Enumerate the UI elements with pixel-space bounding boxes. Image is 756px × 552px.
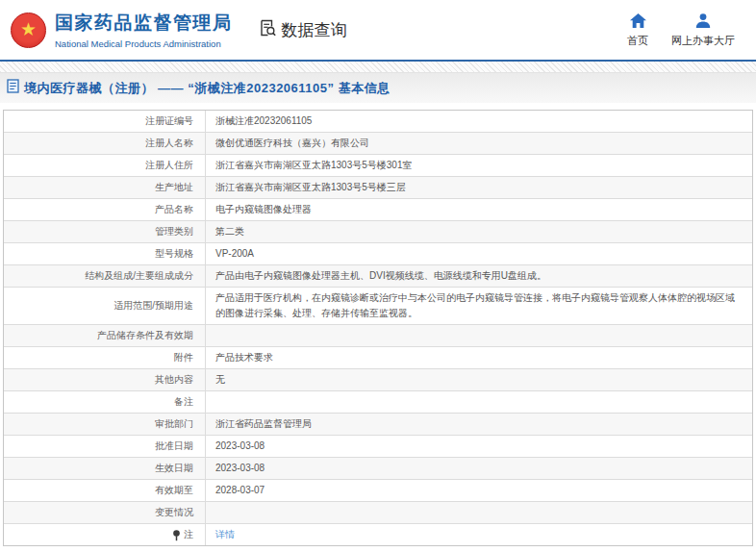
row-value: 详情	[206, 524, 752, 545]
document-search-icon	[258, 18, 277, 42]
note-pin-icon	[172, 530, 181, 541]
row-label: 备注	[4, 391, 206, 413]
page-title: 境内医疗器械（注册） —— “浙械注准20232061105” 基本信息	[24, 80, 391, 97]
table-row: 结构及组成/主要组成成分 产品由电子内窥镜图像处理器主机、DVI视频线缆、电源线…	[4, 265, 752, 288]
row-value: 2028-03-07	[206, 480, 752, 501]
row-label-text: 注	[184, 527, 193, 542]
table-row: 备注	[4, 391, 752, 414]
row-label: 审批部门	[4, 414, 206, 435]
row-value	[206, 325, 752, 346]
detail-link[interactable]: 详情	[215, 527, 235, 542]
row-value: 2023-03-08	[206, 436, 752, 457]
row-value: 产品技术要求	[206, 347, 752, 368]
data-query-tab[interactable]: 数据查询	[258, 18, 347, 42]
table-row: 附件 产品技术要求	[4, 347, 752, 369]
row-value: 无	[206, 369, 752, 390]
hatch-pattern-strip	[0, 62, 756, 73]
row-label: 附件	[4, 347, 206, 368]
row-label: 产品储存条件及有效期	[4, 325, 206, 346]
row-label: 变更情况	[4, 502, 206, 523]
user-icon	[694, 13, 712, 31]
nav-item-service-hall[interactable]: 网上办事大厅	[671, 13, 735, 48]
row-value: 微创优通医疗科技（嘉兴）有限公司	[206, 133, 752, 154]
table-row: 生效日期 2023-03-08	[4, 458, 752, 480]
row-label: 生效日期	[4, 458, 206, 479]
table-row: 注册证编号 浙械注准20232061105	[4, 111, 752, 133]
breadcrumb: 境内医疗器械（注册） —— “浙械注准20232061105” 基本信息	[0, 73, 756, 103]
table-row: 注册人住所 浙江省嘉兴市南湖区亚太路1303号5号楼301室	[4, 155, 752, 177]
row-value	[206, 391, 752, 413]
table-row: 批准日期 2023-03-08	[4, 436, 752, 458]
org-title-block: 国家药品监督管理局 National Medical Products Admi…	[55, 11, 233, 49]
row-value: 电子内窥镜图像处理器	[206, 199, 752, 220]
row-value-text: 产品适用于医疗机构，在内窥镜诊断或治疗中与本公司的电子内窥镜导管连接，将电子内窥…	[215, 290, 741, 321]
row-value: 2023-03-08	[206, 458, 752, 479]
row-label: 产品名称	[4, 199, 206, 220]
table-row: 生产地址 浙江省嘉兴市南湖区亚太路1303号5号楼三层	[4, 177, 752, 199]
org-name-cn: 国家药品监督管理局	[55, 11, 233, 36]
row-label: 型号规格	[4, 243, 206, 264]
nav-home-label: 首页	[627, 34, 648, 48]
row-label: 有效期至	[4, 480, 206, 501]
table-row: 型号规格 VP-200A	[4, 243, 752, 265]
national-emblem-logo: ★	[11, 13, 46, 48]
row-value: 第二类	[206, 221, 752, 242]
row-label: 适用范围/预期用途	[4, 288, 206, 324]
table-row: 适用范围/预期用途 产品适用于医疗机构，在内窥镜诊断或治疗中与本公司的电子内窥镜…	[4, 288, 752, 325]
row-label: 管理类别	[4, 221, 206, 242]
table-row: 审批部门 浙江省药品监督管理局	[4, 414, 752, 436]
row-label: 其他内容	[4, 369, 206, 390]
table-row: 变更情况	[4, 502, 752, 524]
row-value: 浙械注准20232061105	[206, 111, 752, 132]
row-value: 产品适用于医疗机构，在内窥镜诊断或治疗中与本公司的电子内窥镜导管连接，将电子内窥…	[206, 288, 752, 324]
row-value: 浙江省药品监督管理局	[206, 414, 752, 435]
emblem-star-icon: ★	[20, 20, 37, 38]
row-label: 批准日期	[4, 436, 206, 457]
table-row: 有效期至 2028-03-07	[4, 480, 752, 502]
top-header: ★ 国家药品监督管理局 National Medical Products Ad…	[0, 0, 756, 60]
row-label: 生产地址	[4, 177, 206, 198]
row-label: 注册人名称	[4, 133, 206, 154]
row-value: VP-200A	[206, 243, 752, 264]
table-row: 产品名称 电子内窥镜图像处理器	[4, 199, 752, 221]
home-icon	[629, 13, 647, 31]
table-row: 其他内容 无	[4, 369, 752, 391]
row-label: 注册人住所	[4, 155, 206, 176]
row-value	[206, 502, 752, 523]
row-label: 注	[4, 524, 206, 545]
top-nav: 首页 网上办事大厅	[627, 13, 735, 48]
row-value: 浙江省嘉兴市南湖区亚太路1303号5号楼三层	[206, 177, 752, 198]
data-query-label: 数据查询	[282, 19, 347, 41]
row-value: 产品由电子内窥镜图像处理器主机、DVI视频线缆、电源线缆和专用U盘组成。	[206, 265, 752, 287]
table-row: 注 详情	[4, 524, 752, 545]
table-row: 管理类别 第二类	[4, 221, 752, 243]
row-label: 注册证编号	[4, 111, 206, 132]
org-name-en: National Medical Products Administration	[55, 38, 233, 49]
registration-info-table: 注册证编号 浙械注准20232061105 注册人名称 微创优通医疗科技（嘉兴）…	[3, 110, 753, 546]
document-icon	[7, 79, 19, 97]
table-row: 注册人名称 微创优通医疗科技（嘉兴）有限公司	[4, 133, 752, 155]
nav-service-hall-label: 网上办事大厅	[671, 34, 735, 48]
row-value: 浙江省嘉兴市南湖区亚太路1303号5号楼301室	[206, 155, 752, 176]
row-label: 结构及组成/主要组成成分	[4, 265, 206, 287]
nav-item-home[interactable]: 首页	[627, 13, 648, 48]
table-row: 产品储存条件及有效期	[4, 325, 752, 347]
